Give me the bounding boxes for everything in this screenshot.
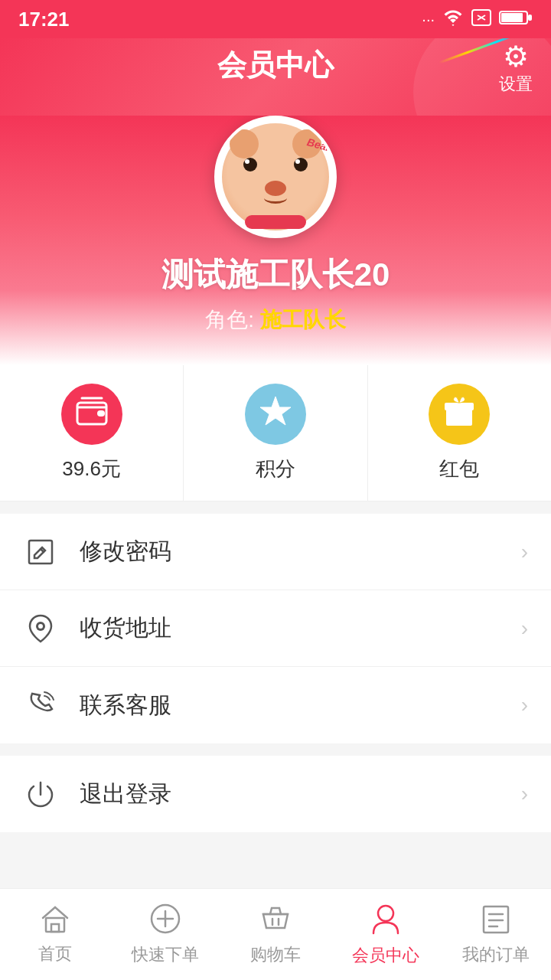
bottom-nav: 首页 快速下单 购物车 [0,888,551,980]
stat-points[interactable]: 积分 [184,365,367,501]
change-password-item[interactable]: 修改密码 › [0,514,551,590]
nav-cart-label: 购物车 [250,943,301,966]
nav-member-label: 会员中心 [352,944,419,967]
status-time: 17:21 [18,8,70,31]
status-bar: 17:21 ··· [0,0,551,38]
header-top: 会员中心 ⚙ 设置 [18,46,533,85]
nav-orders-label: 我的订单 [462,943,530,966]
logout-section: 退出登录 › [0,756,551,832]
orders-icon [482,903,510,939]
power-icon [23,776,58,812]
shipping-address-item[interactable]: 收货地址 › [0,590,551,667]
star-icon [259,395,292,434]
svg-rect-16 [51,924,59,932]
shipping-address-label: 收货地址 [80,612,521,644]
bear-eye-right [294,158,308,172]
menu-section: 修改密码 › 收货地址 › 联系客服 › [0,514,551,743]
change-password-label: 修改密码 [80,536,521,567]
plus-circle-icon [150,903,181,939]
edit-icon [23,534,58,570]
customer-service-label: 联系客服 [80,690,521,721]
profile-section: Bear 测试施工队长20 角色: 施工队长 [0,116,551,365]
bear-ear-left [230,129,259,158]
settings-button[interactable]: ⚙ 设置 [499,42,533,96]
basket-icon [260,903,291,939]
home-icon [40,904,70,938]
svg-point-23 [378,906,393,921]
logout-item[interactable]: 退出登录 › [0,756,551,832]
chevron-right-icon-3: › [521,693,528,717]
nav-member-center[interactable]: 会员中心 [331,889,441,980]
points-icon-circle [245,384,306,445]
chevron-right-icon: › [521,540,528,564]
wifi-icon [442,9,464,30]
avatar-image: Bear [222,123,329,230]
svg-rect-5 [528,15,532,21]
wallet-icon [76,397,108,433]
role-line: 角色: 施工队长 [205,305,346,335]
svg-rect-4 [501,13,523,22]
chevron-right-icon-4: › [521,782,528,806]
gear-icon: ⚙ [503,42,529,71]
nav-orders[interactable]: 我的订单 [441,889,551,980]
wallet-value: 39.6元 [62,456,121,482]
role-label: 角色: [205,308,254,332]
battery-icon [499,9,533,30]
wallet-icon-circle [61,384,122,445]
settings-label: 设置 [499,73,533,96]
coupon-icon-circle [429,384,490,445]
stat-wallet[interactable]: 39.6元 [0,365,184,501]
page-title: 会员中心 [217,46,334,85]
coupon-value: 红包 [439,456,479,482]
svg-rect-12 [29,541,52,564]
nav-quick-order[interactable]: 快速下单 [110,889,220,980]
logout-label: 退出登录 [80,779,521,810]
svg-rect-7 [97,410,105,416]
nav-quick-order-label: 快速下单 [132,943,199,966]
svg-marker-8 [260,397,291,425]
gift-icon [443,395,475,434]
location-icon [23,611,58,646]
signal-icon: ··· [422,11,435,28]
bear-collar [245,215,306,229]
header: 会员中心 ⚙ 设置 [0,38,551,116]
points-value: 积分 [256,456,295,482]
customer-service-item[interactable]: 联系客服 › [0,667,551,743]
avatar: Bear [214,116,337,238]
nav-cart[interactable]: 购物车 [220,889,331,980]
stat-coupon[interactable]: 红包 [368,365,551,501]
status-icons: ··· [422,9,533,30]
phone-icon [23,688,58,723]
bear-eye-left [243,158,257,172]
nav-home[interactable]: 首页 [0,889,110,980]
username: 测试施工队长20 [161,253,390,296]
person-icon [370,903,401,939]
role-value: 施工队长 [260,308,346,332]
svg-point-14 [38,624,43,629]
bear-mouth [264,192,287,204]
stats-row: 39.6元 积分 红包 [0,365,551,501]
signal-x-icon [471,9,491,30]
nav-home-label: 首页 [38,942,72,965]
chevron-right-icon-2: › [521,616,528,641]
